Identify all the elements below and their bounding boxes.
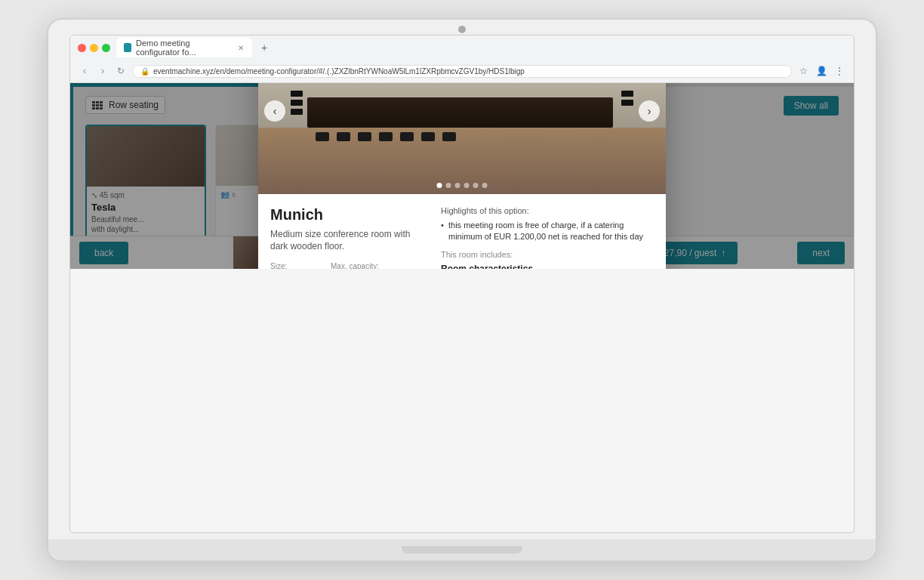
close-traffic-light[interactable] [78, 44, 86, 52]
modal-dot-6[interactable] [482, 183, 488, 188]
modal-capacity-spec: Max. capacity: 👥 200 pax [331, 262, 379, 269]
browser-addressbar: ‹ › ↻ 🔒 eventmachine.xyz/en/demo/meeting… [70, 60, 854, 82]
room-includes-title: This room includes: [441, 250, 654, 259]
traffic-lights [78, 44, 110, 52]
lock-icon: 🔒 [140, 67, 149, 76]
new-tab-button[interactable]: + [261, 42, 267, 54]
modal-dot-3[interactable] [455, 183, 460, 188]
laptop-base-notch [402, 546, 522, 554]
modal-dot-1[interactable] [437, 183, 442, 188]
modal-prev-button[interactable]: ‹ [264, 100, 285, 122]
menu-icon[interactable]: ⋮ [833, 64, 846, 78]
camera [458, 26, 466, 33]
chairs-front [316, 132, 456, 141]
laptop-base [48, 539, 876, 560]
browser-tab[interactable]: Demo meeting configurator fo... ✕ [116, 38, 252, 57]
modal-dot-5[interactable] [473, 183, 479, 188]
page-content: Row seating Show all ⤡ 45 sqm [70, 83, 854, 269]
reload-nav-button[interactable]: ↻ [114, 64, 128, 78]
modal-left-column: Munich Medium size conference room with … [270, 206, 429, 269]
modal-dot-4[interactable] [464, 183, 470, 188]
chairs-right [621, 91, 633, 106]
modal-size-spec: Size: ⤡ 100 sqm [270, 262, 316, 269]
size-label: Size: [270, 262, 316, 269]
modal-dot-2[interactable] [446, 183, 451, 188]
chairs-left [291, 91, 303, 115]
bookmark-icon[interactable]: ☆ [796, 64, 810, 78]
modal-image-container: ‹ › [258, 83, 666, 194]
maximize-traffic-light[interactable] [102, 44, 110, 52]
capacity-label: Max. capacity: [331, 262, 379, 269]
url-bar[interactable]: 🔒 eventmachine.xyz/en/demo/meeting-confi… [132, 65, 792, 78]
conference-table [307, 97, 613, 128]
highlights-title: Highlights of this option: [441, 206, 654, 215]
modal-dialog: ✕ [258, 83, 666, 269]
modal-right-column: Highlights of this option: this meeting … [441, 206, 654, 269]
tab-label: Demo meeting configurator fo... [136, 39, 233, 57]
modal-next-button[interactable]: › [639, 100, 660, 122]
modal-body: Munich Medium size conference room with … [258, 194, 666, 269]
highlight-item-1: this meeting room is free of charge, if … [441, 220, 654, 243]
modal-room-name: Munich [270, 206, 429, 224]
browser-chrome: Demo meeting configurator fo... ✕ + ‹ › … [70, 35, 854, 83]
characteristics-title: Room characteristics [441, 264, 654, 269]
tab-close-icon[interactable]: ✕ [237, 43, 245, 52]
modal-specs: Size: ⤡ 100 sqm Max. capacity: [270, 262, 429, 269]
minimize-traffic-light[interactable] [90, 44, 98, 52]
modal-image-dots [437, 183, 488, 188]
modal-room-description: Medium size conference room with dark wo… [270, 228, 429, 254]
browser-actions: ☆ 👤 ⋮ [796, 64, 846, 78]
url-text: eventmachine.xyz/en/demo/meeting-configu… [153, 67, 525, 76]
conf-room-image [258, 83, 666, 194]
laptop-screen: Demo meeting configurator fo... ✕ + ‹ › … [69, 35, 855, 533]
browser-titlebar: Demo meeting configurator fo... ✕ + [70, 35, 854, 60]
modal-overlay[interactable]: ✕ [70, 83, 854, 269]
back-nav-button[interactable]: ‹ [78, 64, 91, 78]
account-icon[interactable]: 👤 [815, 64, 828, 78]
tab-favicon [124, 43, 131, 52]
forward-nav-button[interactable]: › [96, 64, 109, 78]
laptop-shell: Demo meeting configurator fo... ✕ + ‹ › … [47, 18, 877, 562]
